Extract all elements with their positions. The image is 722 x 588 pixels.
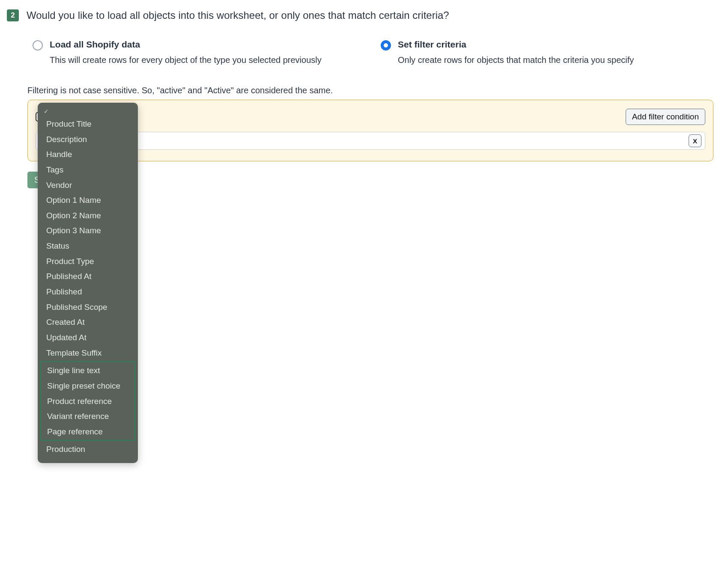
add-filter-condition-button[interactable]: Add filter condition [626,109,705,125]
dropdown-item[interactable]: Vendor [38,178,138,193]
dropdown-item[interactable]: Product Title [38,116,138,132]
check-icon: ✓ [38,107,138,116]
option-filter-desc: Only create rows for objects that match … [398,54,634,66]
option-set-filter[interactable]: Set filter criteria Only create rows for… [381,39,713,66]
dropdown-item[interactable]: Description [38,132,138,147]
step-number-badge: 2 [7,9,19,21]
dropdown-item[interactable]: Tags [38,162,138,178]
option-load-all-desc: This will create rows for every object o… [50,54,322,66]
remove-condition-button[interactable]: X [689,134,701,147]
load-options: Load all Shopify data This will create r… [7,39,713,66]
step-question: Would you like to load all objects into … [27,9,449,22]
dropdown-item[interactable]: Handle [38,147,138,162]
option-filter-title: Set filter criteria [398,39,634,50]
field-dropdown[interactable]: ✓ Product TitleDescriptionHandleTagsVend… [38,103,138,197]
step-header: 2 Would you like to load all objects int… [7,9,713,22]
option-load-all[interactable]: Load all Shopify data This will create r… [33,39,365,66]
filter-case-note: Filtering is not case sensitive. So, "ac… [7,86,713,95]
radio-set-filter[interactable] [381,40,391,50]
radio-load-all[interactable] [33,40,43,50]
option-load-all-title: Load all Shopify data [50,39,322,50]
dropdown-item[interactable]: Option 1 Name [38,193,138,197]
